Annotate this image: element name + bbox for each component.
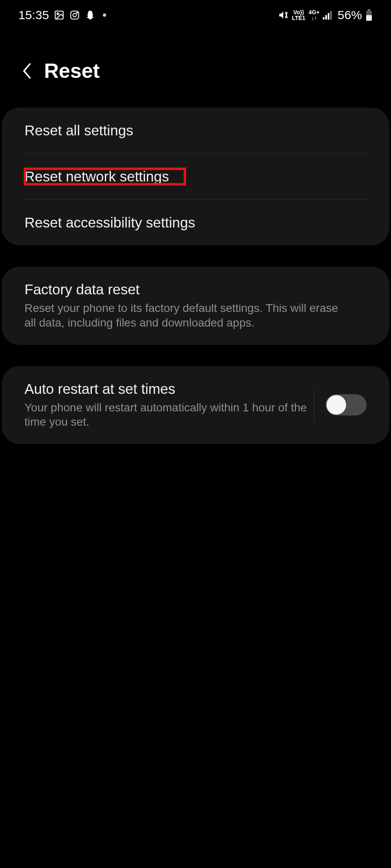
auto-restart-row[interactable]: Auto restart at set times Your phone wil… bbox=[2, 366, 389, 444]
row-label: Reset accessibility settings bbox=[24, 214, 367, 231]
auto-restart-card: Auto restart at set times Your phone wil… bbox=[2, 366, 389, 444]
svg-point-3 bbox=[73, 13, 77, 17]
svg-rect-6 bbox=[325, 15, 327, 20]
row-label-highlighted: Reset network settings bbox=[24, 168, 185, 185]
svg-rect-9 bbox=[368, 9, 371, 11]
page-title: Reset bbox=[44, 59, 100, 83]
snapchat-icon bbox=[85, 10, 96, 20]
mute-icon bbox=[278, 10, 289, 20]
reset-accessibility-settings-row[interactable]: Reset accessibility settings bbox=[2, 200, 389, 245]
svg-rect-5 bbox=[323, 17, 324, 20]
row-description: Reset your phone to its factory default … bbox=[24, 301, 339, 330]
chevron-left-icon bbox=[20, 62, 33, 80]
row-label: Reset all settings bbox=[24, 122, 367, 139]
status-more-dot-icon bbox=[103, 13, 106, 17]
instagram-icon bbox=[69, 10, 80, 20]
network-4g-plus: 4G+↓↑ bbox=[309, 9, 320, 21]
reset-options-card: Reset all settings Reset network setting… bbox=[2, 108, 389, 245]
reset-all-settings-row[interactable]: Reset all settings bbox=[2, 108, 389, 153]
status-bar: 15:35 Vo))LTE1 4G+↓↑ bbox=[0, 0, 391, 26]
factory-reset-card: Factory data reset Reset your phone to i… bbox=[2, 267, 389, 345]
page-header: Reset bbox=[0, 26, 391, 108]
back-button[interactable] bbox=[16, 59, 44, 83]
vertical-separator bbox=[314, 389, 314, 421]
status-time: 15:35 bbox=[18, 8, 49, 22]
auto-restart-toggle[interactable] bbox=[326, 394, 367, 415]
reset-network-settings-row[interactable]: Reset network settings bbox=[2, 154, 389, 199]
signal-icon bbox=[323, 11, 333, 20]
status-right: Vo))LTE1 4G+↓↑ 56% bbox=[278, 8, 373, 22]
factory-data-reset-row[interactable]: Factory data reset Reset your phone to i… bbox=[2, 267, 389, 345]
toggle-thumb bbox=[327, 395, 346, 415]
row-description: Your phone will restart automatically wi… bbox=[24, 400, 310, 430]
svg-point-1 bbox=[57, 13, 59, 15]
photos-icon bbox=[54, 10, 64, 20]
row-label: Factory data reset bbox=[24, 281, 367, 298]
volte-indicator: Vo))LTE1 bbox=[292, 9, 305, 21]
battery-percent: 56% bbox=[338, 8, 362, 22]
svg-point-4 bbox=[77, 12, 78, 13]
row-label: Auto restart at set times bbox=[24, 381, 310, 397]
svg-rect-11 bbox=[366, 15, 372, 21]
battery-icon bbox=[365, 9, 373, 21]
svg-rect-8 bbox=[330, 11, 332, 20]
status-left: 15:35 bbox=[18, 8, 106, 22]
svg-rect-7 bbox=[328, 13, 329, 20]
